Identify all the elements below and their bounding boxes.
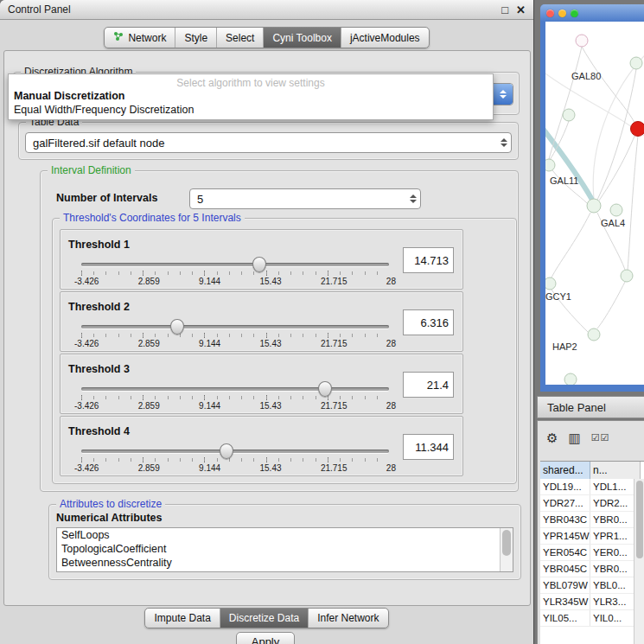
threshold-4-label: Threshold 4 bbox=[68, 425, 130, 437]
table-row[interactable]: YLR345W YLR3... bbox=[540, 594, 644, 610]
dropdown-option-equal-width[interactable]: Equal Width/Frequency Discretization bbox=[9, 103, 493, 117]
network-node[interactable] bbox=[564, 373, 577, 385]
number-of-intervals-label: Number of Intervals bbox=[56, 192, 157, 204]
close-icon[interactable]: ✕ bbox=[516, 4, 526, 16]
tab-impute-data-label: Impute Data bbox=[154, 612, 210, 624]
network-window-titlebar[interactable] bbox=[540, 4, 644, 22]
network-node[interactable] bbox=[587, 199, 601, 213]
scale-tick-label: 2.859 bbox=[138, 339, 160, 348]
table-cell[interactable]: YDR27... bbox=[540, 495, 590, 511]
gear-icon[interactable]: ⚙ bbox=[546, 431, 558, 444]
attributes-group: Attributes to discretize Numerical Attri… bbox=[48, 504, 521, 580]
node-label: GAL80 bbox=[571, 71, 601, 81]
column-header-name[interactable]: n... bbox=[590, 462, 641, 479]
selected-red-node[interactable] bbox=[631, 122, 644, 137]
restore-icon[interactable]: □ bbox=[501, 4, 508, 16]
table-cell[interactable]: YDL19... bbox=[540, 479, 590, 494]
zoom-traffic-light-icon[interactable] bbox=[571, 10, 578, 17]
slider-track[interactable] bbox=[81, 450, 389, 453]
network-node[interactable] bbox=[576, 35, 588, 47]
network-view-window[interactable]: GAL80 GAL11 GAL4 GCY1 HAP2 bbox=[540, 4, 644, 392]
table-data-combo[interactable]: galFiltered.sif default node bbox=[25, 132, 512, 153]
network-graph[interactable]: GAL80 GAL11 GAL4 GCY1 HAP2 bbox=[545, 22, 644, 385]
network-canvas[interactable]: GAL80 GAL11 GAL4 GCY1 HAP2 bbox=[545, 22, 644, 385]
threshold-4-slider[interactable]: -3.426 2.859 9.144 15.43 21.715 28 bbox=[81, 444, 389, 474]
slider-scale: -3.426 2.859 9.144 15.43 21.715 28 bbox=[74, 339, 396, 348]
table-row[interactable]: YIL05... YIL0... bbox=[540, 610, 644, 627]
node-label: HAP2 bbox=[552, 341, 577, 352]
network-node[interactable] bbox=[545, 277, 556, 290]
table-cell[interactable]: YLR345W bbox=[540, 594, 590, 609]
table-cell[interactable]: YPR145W bbox=[540, 528, 590, 544]
slider-track[interactable] bbox=[81, 263, 389, 266]
tab-impute-data[interactable]: Impute Data bbox=[145, 609, 219, 628]
network-node[interactable] bbox=[563, 109, 575, 121]
threshold-1-value-field[interactable]: 14.713 bbox=[403, 247, 454, 273]
tab-network[interactable]: Network bbox=[105, 28, 175, 48]
network-node[interactable] bbox=[588, 328, 600, 341]
minimize-traffic-light-icon[interactable] bbox=[558, 10, 566, 17]
network-node[interactable] bbox=[630, 57, 642, 69]
combo-arrows-icon[interactable] bbox=[405, 189, 420, 208]
table-cell[interactable]: YBR043C bbox=[540, 512, 590, 527]
table-cell[interactable]: YBL079W bbox=[540, 577, 590, 593]
numerical-attributes-label: Numerical Attributes bbox=[56, 512, 162, 524]
table-row[interactable]: YDR27... YDR2... bbox=[540, 495, 644, 512]
control-panel-titlebar[interactable]: Control Panel □ ✕ bbox=[0, 0, 533, 20]
scale-tick-label: 21.715 bbox=[321, 339, 348, 348]
table-row[interactable]: YBR043C YBR0... bbox=[540, 512, 644, 528]
number-of-intervals-combo[interactable]: 5 bbox=[189, 188, 421, 209]
threshold-2-value-field[interactable]: 6.316 bbox=[403, 309, 454, 335]
tab-discretize-data[interactable]: Discretize Data bbox=[220, 609, 308, 628]
column-header-shared-name[interactable]: shared... bbox=[540, 462, 590, 479]
scale-tick-label: 2.859 bbox=[138, 277, 160, 286]
scale-tick-label: -3.426 bbox=[74, 463, 99, 473]
combo-arrows-icon[interactable] bbox=[496, 133, 511, 152]
scale-tick-label: 21.715 bbox=[321, 277, 348, 286]
tab-jactivemodules[interactable]: jActiveModules bbox=[341, 28, 429, 48]
tab-cyni-toolbox-label: Cyni Toolbox bbox=[272, 32, 331, 44]
select-checks-icon[interactable]: ☑☑ bbox=[591, 433, 610, 443]
threshold-4-box: Threshold 4 -3.426 2.859 9.144 15.43 21.… bbox=[60, 416, 463, 476]
table-row[interactable]: YBR045C YBR0... bbox=[540, 561, 644, 577]
table-scrollbar[interactable] bbox=[634, 479, 644, 644]
network-node[interactable] bbox=[621, 270, 633, 282]
threshold-3-value-field[interactable]: 21.4 bbox=[403, 372, 454, 398]
slider-track[interactable] bbox=[81, 325, 389, 328]
combo-arrows-icon[interactable] bbox=[494, 84, 513, 105]
list-item[interactable]: BetweennessCentrality bbox=[57, 556, 513, 570]
tab-infer-network[interactable]: Infer Network bbox=[308, 609, 387, 628]
window-title: Control Panel bbox=[8, 3, 494, 16]
dropdown-option-manual[interactable]: Manual Discretization bbox=[9, 89, 493, 103]
numerical-attributes-list[interactable]: SelfLoops TopologicalCoefficient Between… bbox=[56, 527, 513, 572]
slider-track[interactable] bbox=[81, 387, 389, 391]
close-traffic-light-icon[interactable] bbox=[546, 10, 554, 17]
table-row[interactable]: YDL19... YDL1... bbox=[540, 479, 644, 495]
table-cell[interactable]: YBR045C bbox=[540, 561, 590, 577]
threshold-4-value-field[interactable]: 11.344 bbox=[403, 434, 454, 460]
tab-select[interactable]: Select bbox=[216, 28, 263, 48]
table-row[interactable]: YPR145W YPR1... bbox=[540, 528, 644, 545]
threshold-3-slider[interactable]: -3.426 2.859 9.144 15.43 21.715 28 bbox=[81, 382, 389, 411]
scale-tick-label: 28 bbox=[386, 339, 396, 348]
threshold-1-slider[interactable]: -3.426 2.859 9.144 15.43 21.715 28 bbox=[81, 258, 389, 287]
apply-button[interactable]: Apply bbox=[236, 632, 295, 644]
tab-style[interactable]: Style bbox=[175, 28, 216, 48]
table-panel-titlebar[interactable]: Table Panel bbox=[537, 396, 644, 418]
tab-cyni-toolbox[interactable]: Cyni Toolbox bbox=[263, 28, 340, 48]
list-item[interactable]: SelfLoops bbox=[57, 528, 513, 542]
table-row[interactable]: YBL079W YBL0... bbox=[540, 577, 644, 594]
control-panel-window: Control Panel □ ✕ Network Style bbox=[0, 0, 534, 644]
table-row[interactable]: YER054C YER0... bbox=[540, 545, 644, 561]
attributes-group-label: Attributes to discretize bbox=[56, 498, 165, 510]
threshold-2-slider[interactable]: -3.426 2.859 9.144 15.43 21.715 28 bbox=[81, 320, 389, 349]
network-node[interactable] bbox=[610, 204, 622, 216]
table-cell[interactable]: YER054C bbox=[540, 545, 590, 560]
list-scrollbar[interactable] bbox=[500, 528, 513, 571]
columns-icon[interactable]: ▥ bbox=[568, 431, 580, 444]
network-node[interactable] bbox=[545, 159, 555, 171]
table-cell[interactable]: YIL05... bbox=[540, 610, 590, 626]
list-item[interactable]: TopologicalCoefficient bbox=[57, 542, 513, 556]
scrollbar-thumb[interactable] bbox=[636, 481, 643, 558]
scrollbar-thumb[interactable] bbox=[502, 530, 511, 556]
